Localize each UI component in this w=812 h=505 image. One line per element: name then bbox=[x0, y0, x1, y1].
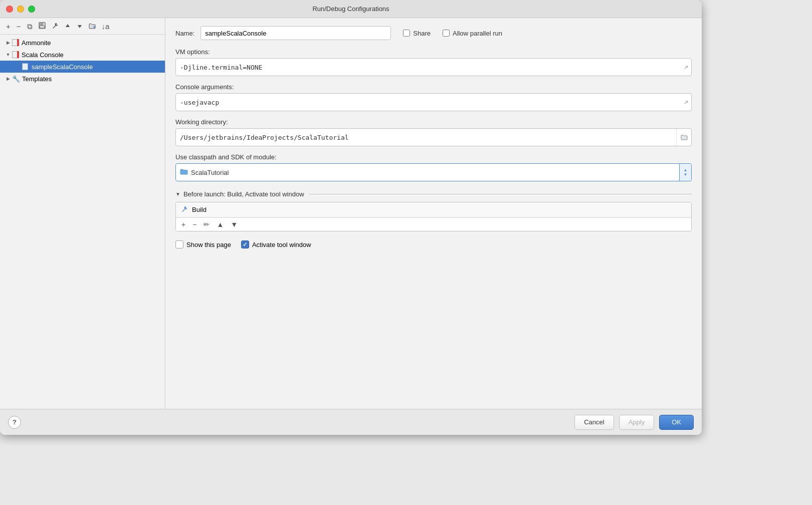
before-launch-toggle[interactable]: ▼ bbox=[175, 191, 180, 197]
before-launch-toolbar: + − ✏ ▲ ▼ bbox=[176, 217, 691, 231]
module-label: Use classpath and SDK of module: bbox=[175, 153, 692, 161]
templates-label: Templates bbox=[22, 75, 52, 83]
copy-config-button[interactable]: ⧉ bbox=[25, 22, 35, 31]
settings-config-button[interactable] bbox=[50, 21, 61, 31]
remove-config-button[interactable]: − bbox=[15, 22, 23, 31]
before-launch-build-label: Build bbox=[192, 206, 207, 213]
sidebar-item-templates[interactable]: ▶ 🔧 Templates bbox=[0, 73, 165, 85]
show-this-page-checkbox[interactable] bbox=[175, 240, 183, 248]
module-selector-container: ScalaTutorial ▲ ▼ bbox=[175, 163, 692, 181]
before-launch-down-button[interactable]: ▼ bbox=[228, 220, 240, 229]
templates-wrench-icon: 🔧 bbox=[12, 75, 20, 83]
sample-scala-console-label: sampleScalaConsole bbox=[32, 63, 93, 71]
working-dir-group: Working directory: bbox=[175, 118, 692, 146]
minimize-button[interactable] bbox=[17, 6, 24, 13]
vm-options-expand-icon[interactable]: ↗ bbox=[684, 64, 688, 71]
module-spinner-button[interactable]: ▲ ▼ bbox=[679, 164, 691, 181]
sidebar-item-scala-console[interactable]: ▼ Scala Console bbox=[0, 49, 165, 61]
bottom-checkboxes: Show this page Activate tool window bbox=[175, 238, 692, 250]
working-dir-input[interactable] bbox=[176, 129, 676, 146]
ok-button[interactable]: OK bbox=[659, 415, 694, 430]
vm-options-container: ↗ bbox=[175, 58, 692, 76]
module-value: ScalaTutorial bbox=[191, 169, 229, 176]
before-launch-divider bbox=[309, 194, 692, 194]
move-down-button[interactable] bbox=[75, 22, 85, 31]
bottom-bar: ? Cancel Apply OK bbox=[0, 409, 702, 435]
allow-parallel-label: Allow parallel run bbox=[453, 30, 502, 37]
sample-file-icon bbox=[22, 63, 29, 70]
share-group: Share bbox=[403, 30, 431, 37]
svg-rect-3 bbox=[40, 26, 45, 28]
sidebar-toolbar: + − ⧉ bbox=[0, 18, 165, 35]
close-button[interactable] bbox=[6, 6, 13, 13]
module-group: Use classpath and SDK of module: ScalaTu… bbox=[175, 153, 692, 181]
ammonite-label: Ammonite bbox=[22, 39, 51, 47]
name-row: Name: Share Allow parallel run bbox=[175, 26, 692, 40]
before-launch-edit-button[interactable]: ✏ bbox=[201, 220, 212, 229]
spinner-down-icon: ▼ bbox=[684, 173, 688, 177]
ammonite-arrow: ▶ bbox=[4, 39, 12, 47]
share-label: Share bbox=[413, 30, 431, 37]
before-launch-up-button[interactable]: ▲ bbox=[214, 220, 226, 229]
name-label: Name: bbox=[175, 30, 194, 37]
scala-console-label: Scala Console bbox=[22, 51, 64, 59]
sidebar-item-ammonite[interactable]: ▶ Ammonite bbox=[0, 37, 165, 49]
module-folder-icon bbox=[180, 168, 188, 177]
apply-button[interactable]: Apply bbox=[619, 415, 655, 430]
scala-console-icon bbox=[12, 51, 19, 58]
spinner-up-icon: ▲ bbox=[684, 168, 688, 172]
before-launch-table: Build + − ✏ ▲ ▼ bbox=[175, 202, 692, 231]
before-launch-remove-button[interactable]: − bbox=[190, 220, 199, 229]
ammonite-icon bbox=[12, 39, 19, 46]
title-bar: Run/Debug Configurations bbox=[0, 0, 702, 18]
vm-options-group: VM options: ↗ bbox=[175, 48, 692, 76]
sidebar-item-sample-scala-console[interactable]: sampleScalaConsole bbox=[0, 61, 165, 73]
activate-tool-window-group: Activate tool window bbox=[241, 240, 311, 248]
traffic-lights bbox=[6, 6, 35, 13]
allow-parallel-group: Allow parallel run bbox=[443, 30, 502, 37]
sidebar: + − ⧉ bbox=[0, 18, 165, 409]
sort-button[interactable]: ↓a bbox=[100, 22, 112, 31]
working-dir-browse-button[interactable] bbox=[676, 129, 691, 146]
before-launch-section: ▼ Before launch: Build, Activate tool wi… bbox=[175, 188, 692, 250]
console-args-group: Console arguments: ↗ bbox=[175, 83, 692, 111]
before-launch-header: ▼ Before launch: Build, Activate tool wi… bbox=[175, 188, 692, 200]
working-dir-label: Working directory: bbox=[175, 118, 692, 126]
before-launch-add-button[interactable]: + bbox=[179, 220, 188, 229]
build-icon bbox=[181, 205, 188, 214]
share-checkbox[interactable] bbox=[403, 30, 410, 37]
bottom-actions: Cancel Apply OK bbox=[574, 415, 694, 430]
module-selector-display[interactable]: ScalaTutorial bbox=[176, 164, 679, 181]
templates-arrow: ▶ bbox=[4, 75, 12, 83]
window-title: Run/Debug Configurations bbox=[312, 5, 389, 13]
cancel-button[interactable]: Cancel bbox=[574, 415, 614, 430]
console-args-label: Console arguments: bbox=[175, 83, 692, 91]
console-args-container: ↗ bbox=[175, 93, 692, 111]
scala-console-arrow: ▼ bbox=[4, 51, 12, 59]
help-button[interactable]: ? bbox=[8, 416, 21, 429]
vm-options-label: VM options: bbox=[175, 48, 692, 56]
svg-rect-2 bbox=[41, 23, 42, 25]
before-launch-build-row[interactable]: Build bbox=[176, 202, 691, 217]
working-dir-container bbox=[175, 128, 692, 146]
console-args-expand-icon[interactable]: ↗ bbox=[684, 99, 688, 106]
new-folder-button[interactable] bbox=[87, 22, 98, 31]
console-args-input[interactable] bbox=[176, 94, 691, 111]
allow-parallel-checkbox[interactable] bbox=[443, 30, 450, 37]
show-this-page-label: Show this page bbox=[186, 241, 231, 248]
tree-container: ▶ Ammonite ▼ Scala Console bbox=[0, 35, 165, 87]
move-up-button[interactable] bbox=[63, 22, 73, 31]
maximize-button[interactable] bbox=[28, 6, 35, 13]
vm-options-input[interactable] bbox=[176, 59, 691, 76]
sample-arrow bbox=[14, 63, 22, 71]
add-config-button[interactable]: + bbox=[4, 22, 13, 31]
activate-tool-window-label: Activate tool window bbox=[252, 241, 311, 248]
right-panel: Name: Share Allow parallel run VM option… bbox=[165, 18, 702, 409]
save-config-button[interactable] bbox=[37, 21, 48, 31]
show-this-page-group: Show this page bbox=[175, 240, 231, 248]
activate-tool-window-checkbox[interactable] bbox=[241, 240, 249, 248]
main-content: + − ⧉ bbox=[0, 18, 702, 409]
name-input[interactable] bbox=[200, 26, 391, 40]
before-launch-title: Before launch: Build, Activate tool wind… bbox=[183, 190, 304, 198]
